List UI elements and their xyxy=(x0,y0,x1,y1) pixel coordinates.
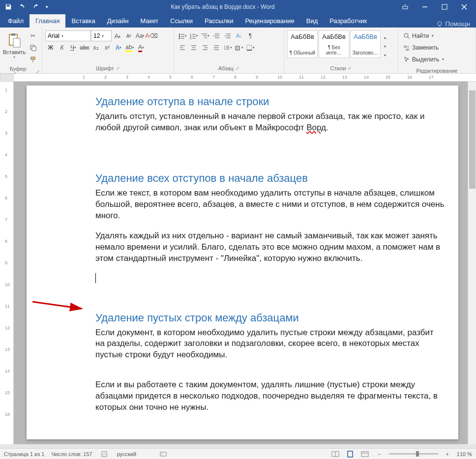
read-mode-icon[interactable] xyxy=(330,450,341,459)
shading-icon[interactable]: ▾ xyxy=(234,42,244,53)
svg-rect-56 xyxy=(102,452,107,457)
zoom-slider[interactable] xyxy=(389,453,438,455)
minimize-icon[interactable] xyxy=(415,0,435,14)
titlebar: ▾ Как убрать абзац в Ворде.docx - Word xyxy=(0,0,476,14)
styles-expand-icon[interactable]: ▾ xyxy=(382,52,388,59)
tab-view[interactable]: Вид xyxy=(300,14,324,28)
style-normal[interactable]: АаБбВв¶ Обычный xyxy=(287,30,318,58)
text-effects-icon[interactable]: A▾ xyxy=(113,42,124,53)
vertical-ruler[interactable]: 12345678910111213141516 xyxy=(0,82,14,444)
search-icon xyxy=(403,32,410,39)
borders-icon[interactable]: ▾ xyxy=(245,42,256,53)
bullets-icon[interactable]: ▾ xyxy=(177,30,188,41)
svg-rect-57 xyxy=(160,452,166,456)
multilevel-list-icon[interactable]: ▾ xyxy=(200,30,210,41)
heading-2: Удаление всех отступов в начале абзацев xyxy=(95,172,445,185)
tab-design[interactable]: Дизайн xyxy=(101,14,135,28)
strikethrough-button[interactable]: abc xyxy=(79,42,90,53)
align-center-icon[interactable] xyxy=(188,42,199,53)
undo-icon[interactable] xyxy=(16,1,29,13)
styles-launcher-icon[interactable]: ⤢ xyxy=(348,66,352,71)
style-no-spacing[interactable]: АаБбВв¶ Без инте… xyxy=(319,30,349,58)
svg-rect-62 xyxy=(361,452,368,457)
paragraph-3: Удалять каждый из них отдельно - вариант… xyxy=(95,230,445,264)
horizontal-ruler[interactable]: 1234567891011121314151617 xyxy=(14,74,476,82)
underline-button[interactable]: Ч▾ xyxy=(68,42,79,53)
format-painter-icon[interactable] xyxy=(28,54,38,65)
vertical-scrollbar[interactable] xyxy=(468,82,476,444)
numbering-icon[interactable]: 123▾ xyxy=(188,30,199,41)
justify-icon[interactable] xyxy=(211,42,222,53)
decrease-indent-icon[interactable] xyxy=(211,30,222,41)
svg-text:3: 3 xyxy=(190,37,192,39)
style-heading1[interactable]: АаБбВвЗаголово… xyxy=(350,30,381,58)
paragraph-1: Удалить отступ, установленный в начале п… xyxy=(95,111,445,134)
shrink-font-icon[interactable]: A▾ xyxy=(123,30,134,41)
clear-format-icon[interactable]: A⌫ xyxy=(146,30,157,41)
status-words[interactable]: Число слов: 157 xyxy=(51,451,92,457)
maximize-icon[interactable] xyxy=(435,0,454,14)
change-case-icon[interactable]: Aa▾ xyxy=(135,30,146,41)
tab-insert[interactable]: Вставка xyxy=(65,14,101,28)
spell-check-icon[interactable] xyxy=(99,450,110,459)
font-size-combo[interactable]: 12▾ xyxy=(91,30,112,41)
zoom-out-icon[interactable]: − xyxy=(374,450,385,459)
document-area: 12345678910111213141516 Удаление отступа… xyxy=(0,82,476,444)
tab-mailings[interactable]: Рассылки xyxy=(199,14,239,28)
tab-file[interactable]: Файл xyxy=(2,14,30,28)
increase-indent-icon[interactable] xyxy=(222,30,233,41)
cut-icon[interactable]: ✂ xyxy=(28,30,38,41)
show-marks-icon[interactable]: ¶ xyxy=(245,30,256,41)
copy-icon[interactable] xyxy=(28,42,38,53)
font-name-combo[interactable]: Arial▾ xyxy=(45,30,90,41)
tab-references[interactable]: Ссылки xyxy=(164,14,199,28)
grow-font-icon[interactable]: A▴ xyxy=(112,30,123,41)
status-page[interactable]: Страница 1 из 1 xyxy=(4,451,44,457)
tab-review[interactable]: Рецензирование xyxy=(239,14,300,28)
subscript-button[interactable]: x₂ xyxy=(90,42,101,53)
save-icon[interactable] xyxy=(2,1,15,13)
select-button[interactable]: Выделить▾ xyxy=(401,54,446,65)
find-button[interactable]: Найти▾ xyxy=(401,30,436,41)
page-scroll[interactable]: Удаление отступа в начале строки Удалить… xyxy=(14,82,476,444)
tab-developer[interactable]: Разработчик xyxy=(324,14,373,28)
svg-rect-61 xyxy=(348,451,353,457)
sort-icon[interactable]: A↓ xyxy=(234,30,244,41)
font-launcher-icon[interactable]: ⤢ xyxy=(116,66,120,71)
superscript-button[interactable]: x² xyxy=(102,42,113,53)
print-layout-icon[interactable] xyxy=(345,450,356,459)
macro-record-icon[interactable] xyxy=(158,450,169,459)
svg-rect-2 xyxy=(442,4,447,9)
web-layout-icon[interactable] xyxy=(359,450,370,459)
ribbon-options-icon[interactable] xyxy=(395,0,415,14)
qat-customize-icon[interactable]: ▾ xyxy=(43,1,50,13)
styles-scroll-down-icon[interactable]: ▾ xyxy=(382,43,388,51)
heading-3: Удаление пустых строк между абзацами xyxy=(95,312,445,324)
redo-icon[interactable] xyxy=(30,1,42,13)
zoom-in-icon[interactable]: + xyxy=(442,450,453,459)
styles-scroll-up-icon[interactable]: ▴ xyxy=(382,34,388,42)
lightbulb-icon xyxy=(436,21,443,28)
group-font: Arial▾ 12▾ A▴ A▾ Aa▾ A⌫ Ж К Ч▾ abc x₂ x²… xyxy=(42,28,174,73)
svg-point-58 xyxy=(161,454,162,455)
tell-me-search[interactable]: Помощн xyxy=(430,20,476,28)
line-spacing-icon[interactable]: ▾ xyxy=(222,42,233,53)
font-color-icon[interactable]: A▾ xyxy=(136,42,147,53)
zoom-level[interactable]: 110 % xyxy=(457,451,472,457)
paste-button[interactable]: Вставить ▾ xyxy=(2,29,27,63)
tab-layout[interactable]: Макет xyxy=(134,14,164,28)
svg-rect-7 xyxy=(13,38,20,47)
svg-text:ac: ac xyxy=(406,48,410,51)
replace-button[interactable]: abacЗаменить xyxy=(401,42,441,53)
align-left-icon[interactable] xyxy=(177,42,188,53)
italic-button[interactable]: К xyxy=(57,42,67,53)
align-right-icon[interactable] xyxy=(200,42,210,53)
paragraph-launcher-icon[interactable]: ⤢ xyxy=(236,66,239,71)
svg-line-52 xyxy=(408,37,410,39)
close-icon[interactable] xyxy=(454,0,474,14)
status-language[interactable]: русский xyxy=(117,451,136,457)
highlight-icon[interactable]: ab▾ xyxy=(124,42,135,53)
svg-point-12 xyxy=(179,34,180,35)
tab-home[interactable]: Главная xyxy=(30,14,65,28)
bold-button[interactable]: Ж xyxy=(45,42,56,53)
